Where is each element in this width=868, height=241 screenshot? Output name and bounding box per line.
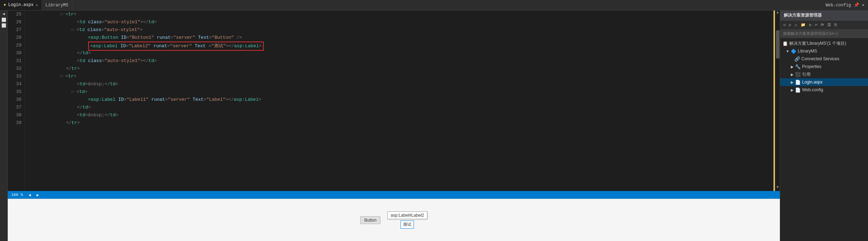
tree-item-icon: 🔷 <box>791 49 796 54</box>
vertical-scrollbar[interactable]: ▲ ▼ <box>775 11 780 191</box>
scroll-up-btn[interactable]: ▲ <box>776 11 780 16</box>
line-number-32: 32 <box>8 65 24 73</box>
pin-icon[interactable]: 📌 <box>854 2 859 8</box>
se-sync-btn[interactable]: ↻ <box>808 22 813 28</box>
scroll-right-btn[interactable]: ▶ <box>37 193 39 197</box>
se-tree-item-Login.aspx[interactable]: ▶ 📄 Login.aspx <box>780 78 868 86</box>
code-line-37: </td> <box>25 104 774 111</box>
se-home-btn[interactable]: ⌂ <box>793 22 799 28</box>
se-tree-item-LibraryMS[interactable]: ▼ 🔷 LibraryMS <box>780 47 868 55</box>
tree-item-icon: 🔗 <box>794 56 800 62</box>
app-container: ● Login.aspx ✕ LibraryMS Web.config 📌 ✕ … <box>0 0 868 241</box>
scroll-left-btn[interactable]: ◀ <box>29 193 31 197</box>
tree-item-icon: 📋 <box>782 41 788 46</box>
toolbar-icon-3[interactable]: ⬜ <box>1 23 6 28</box>
tree-item-label: Connected Services <box>801 56 839 61</box>
tree-arrow[interactable]: ▶ <box>791 80 794 84</box>
line-number-33: 33 <box>8 73 24 80</box>
button-element: Button <box>360 216 380 224</box>
tab-dirty-indicator: ● <box>4 2 6 7</box>
tooltip-content: asp:Label#Label2 <box>391 213 424 218</box>
code-area[interactable]: □<tr> <td class="auto-style1"></td> □<td… <box>25 11 774 191</box>
se-forward-btn[interactable]: ▷ <box>788 22 793 28</box>
tree-item-icon: 📄 <box>795 87 801 93</box>
se-tree-item-Web.config[interactable]: ▶ 📄 Web.config <box>780 86 868 94</box>
tree-arrow[interactable]: ▶ <box>791 88 794 92</box>
toolbar-icon-2[interactable]: ⬜ <box>1 18 6 22</box>
se-search-label: 搜索解决方案资源管理器(Ctrl+;) <box>780 30 868 38</box>
scroll-down-btn[interactable]: ▼ <box>776 185 780 191</box>
bottom-panel: Button asp:Label#Label2 测试 <box>8 199 780 241</box>
tooltip-box: asp:Label#Label2 <box>387 211 427 219</box>
close-webconfig-icon[interactable]: ✕ <box>862 2 864 8</box>
zoom-level: 100 % <box>11 193 23 197</box>
code-editor[interactable]: 252627282930313233343536373839 □<tr> <td… <box>8 11 780 191</box>
left-toolbar: ▶ ⬜ ⬜ <box>0 11 8 241</box>
code-line-25: □<tr> <box>25 11 774 18</box>
main-area: ▶ ⬜ ⬜ 252627282930313233343536373839 □<t… <box>0 11 868 241</box>
collapse-icon-33[interactable]: □ <box>61 73 65 80</box>
tree-item-icon: 📄 <box>795 80 801 85</box>
tree-item-label: 引用 <box>802 72 811 78</box>
status-bar: 100 % ◀ ▶ <box>8 191 780 199</box>
code-line-39: </tr> <box>25 119 774 127</box>
se-toolbar: ◁ ▷ ⌂ 📁 ↻ ↩ ⟳ ☰ ⎘ <box>780 20 868 30</box>
tree-arrow[interactable]: ▶ <box>791 73 794 76</box>
collapse-icon-25[interactable]: □ <box>61 11 65 18</box>
se-tree: 📋 解决方案'LibraryMS'(1 个项目)▼ 🔷 LibraryMS🔗 C… <box>780 38 868 241</box>
se-back-btn[interactable]: ◁ <box>782 22 787 28</box>
line-number-38: 38 <box>8 111 24 119</box>
line-number-25: 25 <box>8 11 24 18</box>
tree-arrow[interactable]: ▼ <box>786 49 789 53</box>
line-number-26: 26 <box>8 18 24 26</box>
se-refresh-btn[interactable]: ⟳ <box>819 22 825 28</box>
code-line-38: <td>&nbsp;</td> <box>25 111 774 119</box>
line-number-30: 30 <box>8 49 24 57</box>
se-tree-item-Connected-Services[interactable]: 🔗 Connected Services <box>780 55 868 63</box>
tab-close-btn[interactable]: ✕ <box>36 3 38 7</box>
tree-item-label: LibraryMS <box>798 49 817 54</box>
line-number-27: 27 <box>8 26 24 34</box>
solution-explorer: 解决方案资源管理器 ◁ ▷ ⌂ 📁 ↻ ↩ ⟳ ☰ ⎘ 搜索解决方案资源管理器(… <box>780 11 868 241</box>
se-copy-btn[interactable]: ⎘ <box>833 22 838 28</box>
code-line-27: □<td class="auto-style1"> <box>25 26 774 34</box>
line-number-37: 37 <box>8 104 24 111</box>
tree-item-icon: ⬛ <box>795 72 801 77</box>
code-line-29: <asp:Label ID="Label2" runat="server" Te… <box>25 42 774 49</box>
toolbar-icon-1[interactable]: ▶ <box>1 12 6 17</box>
code-line-26: <td class="auto-style1"></td> <box>25 18 774 26</box>
line-numbers: 252627282930313233343536373839 <box>8 11 25 191</box>
se-tree-item-引用[interactable]: ▶ ⬛ 引用 <box>780 70 868 78</box>
se-tree-item-解决方案'LibraryMS'(1-个项目)[interactable]: 📋 解决方案'LibraryMS'(1 个项目) <box>780 39 868 47</box>
tab-libraryms[interactable]: LibraryMS <box>42 0 72 10</box>
code-line-33: □<tr> <box>25 73 774 80</box>
tree-item-label: Login.aspx <box>802 80 823 85</box>
line-number-36: 36 <box>8 96 24 104</box>
tab-bar: ● Login.aspx ✕ LibraryMS Web.config 📌 ✕ <box>0 0 868 11</box>
code-line-36: <asp:Label ID="Label1" runat="server" Te… <box>25 96 774 104</box>
collapse-icon-27[interactable]: □ <box>72 26 76 34</box>
tab-login-aspx[interactable]: ● Login.aspx ✕ <box>0 0 42 10</box>
tree-item-label: Properties <box>802 64 821 69</box>
se-props-btn[interactable]: ☰ <box>826 22 832 28</box>
line-number-31: 31 <box>8 57 24 65</box>
code-line-32: </tr> <box>25 65 774 73</box>
tree-arrow[interactable]: ▶ <box>791 65 794 69</box>
tree-item-label: 解决方案'LibraryMS'(1 个项目) <box>789 41 846 47</box>
code-line-35: □<td> <box>25 88 774 96</box>
se-title: 解决方案资源管理器 <box>780 11 868 20</box>
line-number-35: 35 <box>8 88 24 96</box>
editor-container: 252627282930313233343536373839 □<tr> <td… <box>8 11 780 241</box>
scrollbar-thumb[interactable] <box>776 30 780 58</box>
se-back2-btn[interactable]: ↩ <box>813 22 819 28</box>
line-number-29: 29 <box>8 42 24 49</box>
se-folder-btn[interactable]: 📁 <box>799 22 807 28</box>
tree-item-icon: 🔧 <box>795 64 801 69</box>
web-config-label: Web.config <box>826 3 851 8</box>
bottom-content: Button asp:Label#Label2 测试 <box>8 199 780 241</box>
collapse-icon-35[interactable]: □ <box>72 88 76 96</box>
highlighted-line-29: <asp:Label ID="Label2" runat="server" Te… <box>88 42 264 51</box>
tree-item-label: Web.config <box>802 87 823 92</box>
code-line-28: <asp:Button ID="Button1" runat="server" … <box>25 34 774 42</box>
se-tree-item-Properties[interactable]: ▶ 🔧 Properties <box>780 63 868 70</box>
